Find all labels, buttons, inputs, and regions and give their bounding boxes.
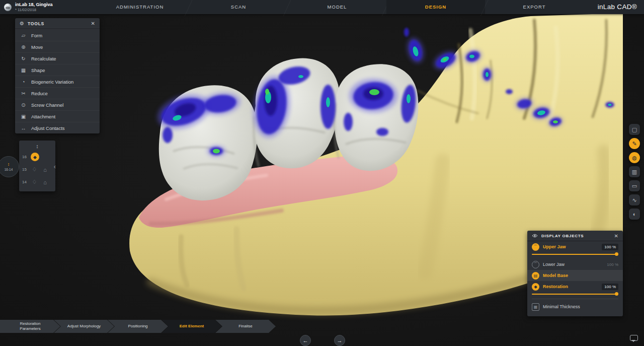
move-icon: ⊕ [20,44,27,50]
display-row-restoration[interactable]: ◆ Restoration 100 % [527,281,623,292]
phase-finalise[interactable]: Finalise [215,320,276,333]
tooth-15-crown-icon[interactable]: ⌂ [41,167,49,173]
window-icon: ▭ [632,183,637,189]
tools-close-icon[interactable]: ✕ [91,21,95,26]
app-logo-icon [4,4,12,11]
app-root: inLab 18, Gingiva * 11/02/2018 ADMINISTR… [0,0,644,346]
spline-button[interactable]: ∿ [629,194,640,205]
divider [532,299,618,299]
tab-design[interactable]: DESIGN [386,0,485,14]
display-objects-header: DISPLAY OBJECTS ✕ [527,231,623,241]
analysis-tool-button[interactable]: ◍ [629,152,640,163]
tooth-row-15: 15 ♢ ⌂ [22,163,52,176]
tool-item-shape[interactable]: ▦ Shape [15,64,100,76]
adjust-contacts-icon: ↔ [20,125,27,131]
tooth-number-14: 14 [22,180,28,184]
project-date: * 11/02/2018 [15,8,53,12]
slider-track [532,254,618,255]
tools-panel-header: ⚙ TOOLS ✕ [15,18,100,29]
arrow-left-icon: ← [303,337,308,343]
tab-scan[interactable]: SCAN [189,0,288,14]
arrow-right-icon: → [337,337,343,343]
project-info: inLab 18, Gingiva * 11/02/2018 [0,2,91,12]
upper-jaw-icon: ⌒ [532,243,539,251]
tools-panel-title: TOOLS [28,21,44,26]
tool-item-adjust-contacts[interactable]: ↔ Adjust Contacts [15,122,100,133]
contact-analysis-icon: ◍ [632,155,637,161]
display-row-minimal-thickness[interactable]: ▦ Minimal Thickness [527,301,623,312]
chat-bubble-icon[interactable] [630,335,638,341]
slider-track [532,294,618,295]
tooth-16-crown-icon[interactable]: ◆ [31,153,39,161]
tool-item-reduce[interactable]: ✂ Reduce [15,87,100,99]
phase-bar: Restoration Parameters Adjust Morphology… [0,320,276,333]
tool-item-screw-channel[interactable]: ⊙ Screw Channel [15,99,100,110]
slider-thumb[interactable] [615,292,618,296]
tool-item-attachment[interactable]: ▣ Attachment [15,110,100,122]
form-icon: ▱ [20,33,27,38]
tooth-number-16: 16 [22,155,28,159]
pencil-icon: ✎ [632,141,636,147]
phase-adjust-morphology[interactable]: Adjust Morphology [54,320,114,333]
previous-step-button[interactable]: ← [300,335,311,346]
tools-panel: ⚙ TOOLS ✕ ▱ Form ⊕ Move ↻ Recalculate ▦ … [15,18,100,133]
tooth-selector-panel: ↕ 16 ◆ 15 ♢ ⌂ 14 ♢ ⌂ [19,141,55,191]
tooth-15-anatomy-icon[interactable]: ♢ [31,166,38,173]
screw-channel-icon: ⊙ [20,102,27,108]
tool-item-form[interactable]: ▱ Form [15,29,100,41]
tooth-number-15: 15 [22,167,28,172]
main-nav: ADMINISTRATION SCAN MODEL DESIGN EXPORT [91,0,584,14]
display-row-lower-jaw[interactable]: ⌒ Lower Jaw 100 % [527,259,623,270]
tool-item-biogeneric-variation[interactable]: ◔ Biogeneric Variation [15,76,100,87]
next-step-button[interactable]: → [334,335,345,346]
wrench-icon: ⚙ [20,21,24,26]
tab-administration[interactable]: ADMINISTRATION [91,0,189,14]
recalculate-icon: ↻ [20,56,27,61]
shade-icon: ◐ [633,211,636,217]
upper-jaw-opacity-slider[interactable] [532,252,618,256]
panel-collapse-chevron[interactable]: ‹ [52,160,58,173]
minimal-thickness-icon: ▦ [532,303,539,311]
project-title: inLab 18, Gingiva [15,2,53,8]
display-row-upper-jaw[interactable]: ⌒ Upper Jaw 100 % [527,241,623,252]
display-objects-panel: DISPLAY OBJECTS ✕ ⌒ Upper Jaw 100 % ⌒ Lo… [527,231,623,316]
eye-icon [532,234,538,238]
copy-view-button[interactable]: ▥ [629,166,640,177]
reduce-icon: ✂ [20,91,27,96]
view-tool-button[interactable]: ▢ [629,124,640,135]
screen-button[interactable]: ▭ [629,180,640,191]
lower-jaw-icon: ⌒ [532,261,539,268]
tooth-14-anatomy-icon[interactable]: ♢ [31,179,38,185]
tooth-row-16: 16 ◆ [22,151,52,163]
upper-jaw-opacity-value: 100 % [602,244,618,250]
restoration-icon: ◆ [532,283,539,291]
brand-logo: inLab CAD® [598,0,637,14]
phase-edit-element[interactable]: Edit Element [162,320,222,333]
tooth-14-crown-icon[interactable]: ⌂ [41,179,49,185]
restoration-opacity-value: 100 % [602,284,618,290]
attachment-icon: ▣ [20,114,27,119]
top-bar: inLab 18, Gingiva * 11/02/2018 ADMINISTR… [0,0,644,14]
slider-thumb[interactable] [615,252,618,256]
phase-positioning[interactable]: Positioning [108,320,168,333]
tab-export[interactable]: EXPORT [485,0,584,14]
restoration-opacity-slider[interactable] [532,292,618,296]
display-objects-close-icon[interactable]: ✕ [614,233,618,239]
model-base-icon: ▤ [532,272,539,280]
edit-tool-button[interactable]: ✎ [629,138,640,149]
tool-item-move[interactable]: ⊕ Move [15,41,100,52]
tooth-row-14: 14 ♢ ⌂ [22,176,52,188]
phase-restoration-parameters[interactable]: Restoration Parameters [0,320,60,333]
display-objects-title: DISPLAY OBJECTS [541,234,584,238]
display-row-model-base[interactable]: ▤ Model Base [527,270,623,281]
contacts-header-icon: ↕ [22,143,52,149]
model-view-icon: ▢ [632,126,637,133]
shading-button[interactable]: ◐ [629,209,640,220]
tool-item-recalculate[interactable]: ↻ Recalculate [15,52,100,64]
biogeneric-variation-icon: ◔ [20,79,27,85]
curve-icon: ∿ [632,197,636,203]
shape-icon: ▦ [20,67,27,73]
tab-model[interactable]: MODEL [288,0,386,14]
right-toolbar: ▢ ✎ ◍ ▥ ▭ ∿ ◐ [629,124,640,220]
layers-icon: ▥ [632,169,637,175]
